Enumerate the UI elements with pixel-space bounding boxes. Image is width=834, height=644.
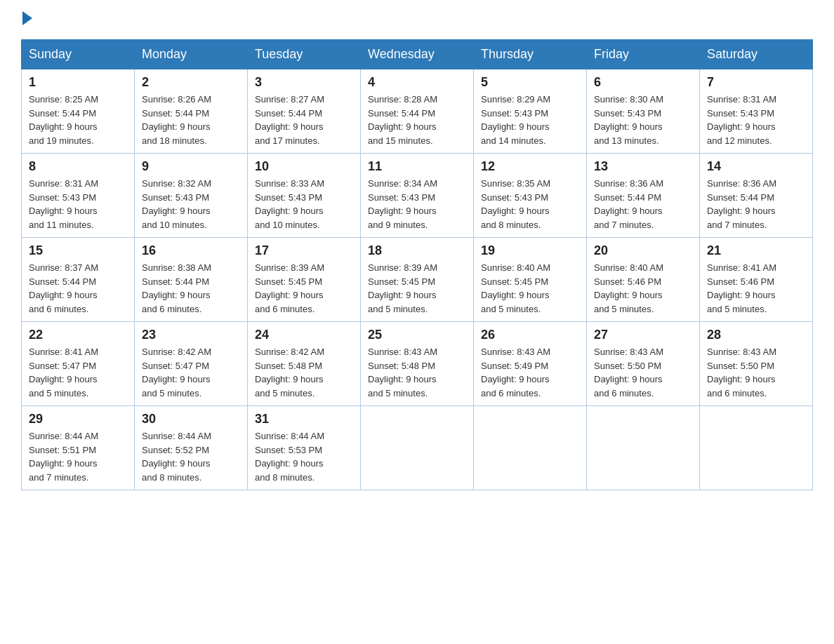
calendar-cell: 24Sunrise: 8:42 AMSunset: 5:48 PMDayligh… — [248, 322, 361, 406]
calendar-week-row: 1Sunrise: 8:25 AMSunset: 5:44 PMDaylight… — [22, 69, 813, 154]
day-number: 30 — [142, 412, 240, 427]
day-of-week-header: Saturday — [700, 40, 813, 69]
day-number: 25 — [368, 328, 466, 342]
day-number: 11 — [368, 159, 466, 174]
calendar-cell: 17Sunrise: 8:39 AMSunset: 5:45 PMDayligh… — [248, 238, 361, 322]
day-info: Sunrise: 8:36 AMSunset: 5:44 PMDaylight:… — [594, 177, 692, 232]
day-of-week-header: Wednesday — [361, 40, 474, 69]
day-info: Sunrise: 8:31 AMSunset: 5:43 PMDaylight:… — [29, 177, 127, 232]
day-number: 26 — [481, 328, 579, 342]
calendar-cell: 19Sunrise: 8:40 AMSunset: 5:45 PMDayligh… — [474, 238, 587, 322]
day-info: Sunrise: 8:43 AMSunset: 5:50 PMDaylight:… — [594, 345, 692, 400]
calendar-cell: 23Sunrise: 8:42 AMSunset: 5:47 PMDayligh… — [135, 322, 248, 406]
day-number: 5 — [481, 75, 579, 90]
day-of-week-header: Sunday — [22, 40, 135, 69]
calendar-cell: 31Sunrise: 8:44 AMSunset: 5:53 PMDayligh… — [248, 406, 361, 490]
day-info: Sunrise: 8:36 AMSunset: 5:44 PMDaylight:… — [707, 177, 805, 232]
day-info: Sunrise: 8:40 AMSunset: 5:45 PMDaylight:… — [481, 261, 579, 316]
day-number: 3 — [255, 75, 353, 90]
day-info: Sunrise: 8:27 AMSunset: 5:44 PMDaylight:… — [255, 93, 353, 147]
day-number: 20 — [594, 243, 692, 258]
calendar-cell: 2Sunrise: 8:26 AMSunset: 5:44 PMDaylight… — [135, 69, 248, 154]
calendar-cell: 25Sunrise: 8:43 AMSunset: 5:48 PMDayligh… — [361, 322, 474, 406]
day-number: 6 — [594, 75, 692, 90]
day-number: 22 — [29, 328, 127, 342]
calendar-cell: 20Sunrise: 8:40 AMSunset: 5:46 PMDayligh… — [587, 238, 700, 322]
day-number: 13 — [594, 159, 692, 174]
day-info: Sunrise: 8:31 AMSunset: 5:43 PMDaylight:… — [707, 93, 805, 147]
day-info: Sunrise: 8:26 AMSunset: 5:44 PMDaylight:… — [142, 93, 240, 147]
day-number: 21 — [707, 243, 805, 258]
day-info: Sunrise: 8:37 AMSunset: 5:44 PMDaylight:… — [29, 261, 127, 316]
day-info: Sunrise: 8:28 AMSunset: 5:44 PMDaylight:… — [368, 93, 466, 147]
day-info: Sunrise: 8:34 AMSunset: 5:43 PMDaylight:… — [368, 177, 466, 232]
day-of-week-header: Tuesday — [248, 40, 361, 69]
logo-triangle-icon — [22, 11, 32, 25]
day-info: Sunrise: 8:44 AMSunset: 5:51 PMDaylight:… — [29, 429, 127, 484]
day-number: 31 — [255, 412, 353, 427]
day-number: 14 — [707, 159, 805, 174]
day-number: 29 — [29, 412, 127, 427]
day-number: 1 — [29, 75, 127, 90]
calendar-cell: 21Sunrise: 8:41 AMSunset: 5:46 PMDayligh… — [700, 238, 813, 322]
calendar-cell: 15Sunrise: 8:37 AMSunset: 5:44 PMDayligh… — [22, 238, 135, 322]
calendar-cell: 29Sunrise: 8:44 AMSunset: 5:51 PMDayligh… — [22, 406, 135, 490]
day-info: Sunrise: 8:38 AMSunset: 5:44 PMDaylight:… — [142, 261, 240, 316]
day-info: Sunrise: 8:44 AMSunset: 5:53 PMDaylight:… — [255, 429, 353, 484]
calendar-cell: 11Sunrise: 8:34 AMSunset: 5:43 PMDayligh… — [361, 154, 474, 238]
day-number: 12 — [481, 159, 579, 174]
day-number: 9 — [142, 159, 240, 174]
day-number: 7 — [707, 75, 805, 90]
day-number: 17 — [255, 243, 353, 258]
calendar-cell — [587, 406, 700, 490]
day-info: Sunrise: 8:42 AMSunset: 5:48 PMDaylight:… — [255, 345, 353, 400]
day-number: 16 — [142, 243, 240, 258]
calendar-week-row: 15Sunrise: 8:37 AMSunset: 5:44 PMDayligh… — [22, 238, 813, 322]
calendar-cell — [474, 406, 587, 490]
calendar-cell: 26Sunrise: 8:43 AMSunset: 5:49 PMDayligh… — [474, 322, 587, 406]
calendar-cell: 1Sunrise: 8:25 AMSunset: 5:44 PMDaylight… — [22, 69, 135, 154]
day-info: Sunrise: 8:41 AMSunset: 5:46 PMDaylight:… — [707, 261, 805, 316]
day-info: Sunrise: 8:32 AMSunset: 5:43 PMDaylight:… — [142, 177, 240, 232]
calendar-cell: 5Sunrise: 8:29 AMSunset: 5:43 PMDaylight… — [474, 69, 587, 154]
day-number: 8 — [29, 159, 127, 174]
day-info: Sunrise: 8:25 AMSunset: 5:44 PMDaylight:… — [29, 93, 127, 147]
calendar-cell: 30Sunrise: 8:44 AMSunset: 5:52 PMDayligh… — [135, 406, 248, 490]
calendar-week-row: 8Sunrise: 8:31 AMSunset: 5:43 PMDaylight… — [22, 154, 813, 238]
calendar-cell — [361, 406, 474, 490]
day-number: 24 — [255, 328, 353, 342]
day-info: Sunrise: 8:44 AMSunset: 5:52 PMDaylight:… — [142, 429, 240, 484]
calendar-cell: 3Sunrise: 8:27 AMSunset: 5:44 PMDaylight… — [248, 69, 361, 154]
day-info: Sunrise: 8:43 AMSunset: 5:49 PMDaylight:… — [481, 345, 579, 400]
day-number: 2 — [142, 75, 240, 90]
day-of-week-header: Friday — [587, 40, 700, 69]
day-info: Sunrise: 8:41 AMSunset: 5:47 PMDaylight:… — [29, 345, 127, 400]
day-number: 18 — [368, 243, 466, 258]
day-info: Sunrise: 8:40 AMSunset: 5:46 PMDaylight:… — [594, 261, 692, 316]
calendar-header-row: SundayMondayTuesdayWednesdayThursdayFrid… — [22, 40, 813, 69]
calendar-week-row: 22Sunrise: 8:41 AMSunset: 5:47 PMDayligh… — [22, 322, 813, 406]
calendar-cell: 18Sunrise: 8:39 AMSunset: 5:45 PMDayligh… — [361, 238, 474, 322]
day-info: Sunrise: 8:43 AMSunset: 5:48 PMDaylight:… — [368, 345, 466, 400]
calendar-cell: 7Sunrise: 8:31 AMSunset: 5:43 PMDaylight… — [700, 69, 813, 154]
day-of-week-header: Thursday — [474, 40, 587, 69]
day-info: Sunrise: 8:30 AMSunset: 5:43 PMDaylight:… — [594, 93, 692, 147]
calendar-cell: 28Sunrise: 8:43 AMSunset: 5:50 PMDayligh… — [700, 322, 813, 406]
day-info: Sunrise: 8:39 AMSunset: 5:45 PMDaylight:… — [368, 261, 466, 316]
day-number: 28 — [707, 328, 805, 342]
calendar-table: SundayMondayTuesdayWednesdayThursdayFrid… — [21, 39, 813, 490]
day-info: Sunrise: 8:33 AMSunset: 5:43 PMDaylight:… — [255, 177, 353, 232]
day-number: 23 — [142, 328, 240, 342]
day-number: 4 — [368, 75, 466, 90]
calendar-cell — [700, 406, 813, 490]
day-info: Sunrise: 8:39 AMSunset: 5:45 PMDaylight:… — [255, 261, 353, 316]
day-info: Sunrise: 8:29 AMSunset: 5:43 PMDaylight:… — [481, 93, 579, 147]
day-number: 15 — [29, 243, 127, 258]
calendar-cell: 14Sunrise: 8:36 AMSunset: 5:44 PMDayligh… — [700, 154, 813, 238]
day-of-week-header: Monday — [135, 40, 248, 69]
calendar-cell: 10Sunrise: 8:33 AMSunset: 5:43 PMDayligh… — [248, 154, 361, 238]
day-number: 27 — [594, 328, 692, 342]
calendar-cell: 8Sunrise: 8:31 AMSunset: 5:43 PMDaylight… — [22, 154, 135, 238]
logo — [21, 14, 32, 25]
calendar-cell: 16Sunrise: 8:38 AMSunset: 5:44 PMDayligh… — [135, 238, 248, 322]
